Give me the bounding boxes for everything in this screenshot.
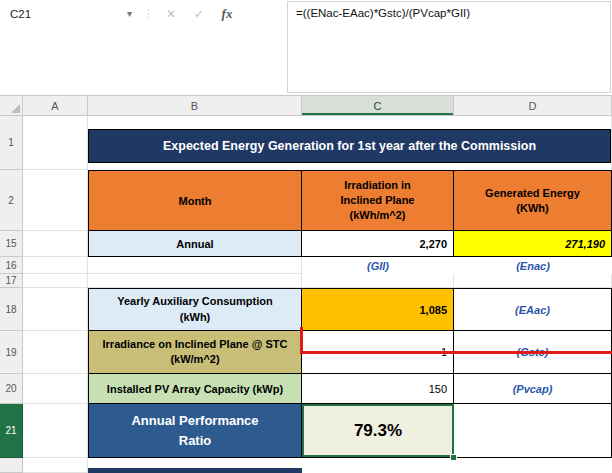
cell-month-header[interactable]: Month <box>88 170 302 231</box>
cell-d21[interactable] <box>454 404 612 458</box>
merged-cell-title[interactable]: Expected Energy Generation for 1st year … <box>88 116 612 170</box>
cell-aux-label[interactable]: Yearly Auxiliary Consumption (kWh) <box>88 288 302 331</box>
cell-gii-tag[interactable]: (GII) <box>302 257 454 274</box>
cell-stc-label[interactable]: Irradiance on Inclined Plane @ STC (kW/m… <box>88 331 302 374</box>
cell-b22-partial[interactable] <box>88 458 302 473</box>
row-header-17[interactable]: 17 <box>0 274 23 288</box>
empty-cell-b16[interactable] <box>88 257 302 274</box>
next-title-strip <box>88 468 302 473</box>
cell-eaac-tag[interactable]: (EAac) <box>454 288 612 331</box>
empty-cell-a21[interactable] <box>23 404 88 458</box>
cancel-icon[interactable]: ✕ <box>158 0 184 28</box>
formula-bar[interactable]: =((ENac-EAac)*Gstc)/(PVcap*GII) <box>287 1 611 93</box>
row-header-15[interactable]: 15 <box>0 231 23 257</box>
aux-label-text: Yearly Auxiliary Consumption (kWh) <box>104 294 286 325</box>
cell-pvcap-tag[interactable]: (Pvcap) <box>454 374 612 404</box>
empty-cell-a22[interactable] <box>23 458 88 473</box>
cell-apr-label[interactable]: Annual Performance Ratio <box>88 404 302 458</box>
apr-label-text: Annual Performance Ratio <box>118 411 273 450</box>
empty-cell-c17[interactable] <box>302 274 454 288</box>
empty-cell-d17[interactable] <box>454 274 612 288</box>
col-header-a[interactable]: A <box>23 96 88 116</box>
name-box[interactable]: C21 ▾ <box>0 0 140 28</box>
empty-cell-a15[interactable] <box>23 231 88 257</box>
empty-cell-a1[interactable] <box>23 116 88 170</box>
row-header-partial[interactable] <box>0 458 23 473</box>
cell-aux-value[interactable]: 1,085 <box>302 288 454 331</box>
empty-cell-c22[interactable] <box>302 458 454 473</box>
cell-pv-value[interactable]: 150 <box>302 374 454 404</box>
title-text: Expected Energy Generation for 1st year … <box>163 139 536 153</box>
empty-cell-a2[interactable] <box>23 170 88 231</box>
cell-pv-label[interactable]: Installed PV Array Capacity (kWp) <box>88 374 302 404</box>
cell-annual-label[interactable]: Annual <box>88 231 302 257</box>
empty-cell-b17[interactable] <box>88 274 302 288</box>
empty-cell-a17[interactable] <box>23 274 88 288</box>
cell-annual-generated[interactable]: 271,190 <box>454 231 612 257</box>
red-annotation-vertical <box>300 327 303 354</box>
red-annotation-underline <box>300 351 612 354</box>
excel-window: C21 ▾ ⋮ ✕ ✓ fx =((ENac-EAac)*Gstc)/(PVca… <box>0 0 612 473</box>
col-header-b[interactable]: B <box>88 96 302 116</box>
row-header-19[interactable]: 19 <box>0 331 23 374</box>
formula-text: =((ENac-EAac)*Gstc)/(PVcap*GII) <box>296 7 470 19</box>
toolbar-separator: ⋮ <box>141 0 156 28</box>
empty-cell-d22[interactable] <box>454 458 612 473</box>
cell-annual-irradiation[interactable]: 2,270 <box>302 231 454 257</box>
selection-fill-handle[interactable] <box>450 454 457 461</box>
stc-label-text: Irradiance on Inclined Plane @ STC (kW/m… <box>97 337 293 368</box>
col-header-c[interactable]: C <box>302 96 454 116</box>
formula-toolbar: C21 ▾ ⋮ ✕ ✓ fx =((ENac-EAac)*Gstc)/(PVca… <box>0 0 612 96</box>
cell-irradiation-header[interactable]: Irradiation in Inclined Plane (kWh/m^2) <box>302 170 454 231</box>
empty-cell-a19[interactable] <box>23 331 88 374</box>
cell-enac-tag[interactable]: (Enac) <box>454 257 612 274</box>
spreadsheet-grid: A B C D 1 2 15 16 17 18 19 20 21 Expecte… <box>0 96 612 473</box>
empty-cell-a18[interactable] <box>23 288 88 331</box>
cell-generated-header[interactable]: Generated Energy (KWh) <box>454 170 612 231</box>
generated-header-text: Generated Energy (KWh) <box>474 186 592 216</box>
select-all-corner[interactable] <box>0 96 23 116</box>
row-header-18[interactable]: 18 <box>0 288 23 331</box>
col-header-d[interactable]: D <box>454 96 612 116</box>
row-header-20[interactable]: 20 <box>0 374 23 404</box>
cell-apr-value-selected[interactable]: 79.3% <box>302 404 454 458</box>
empty-cell-a16[interactable] <box>23 257 88 274</box>
name-box-value: C21 <box>10 0 31 28</box>
name-box-dropdown-icon[interactable]: ▾ <box>127 0 132 28</box>
row-header-16[interactable]: 16 <box>0 257 23 274</box>
select-all-triangle-icon <box>11 104 20 113</box>
insert-function-icon[interactable]: fx <box>214 0 240 28</box>
irradiation-header-text: Irradiation in Inclined Plane (kWh/m^2) <box>326 178 430 223</box>
enter-icon[interactable]: ✓ <box>186 0 212 28</box>
empty-cell-a20[interactable] <box>23 374 88 404</box>
row-header-21[interactable]: 21 <box>0 404 23 458</box>
row-header-2[interactable]: 2 <box>0 170 23 231</box>
title-banner: Expected Energy Generation for 1st year … <box>88 129 611 163</box>
row-header-1[interactable]: 1 <box>0 116 23 170</box>
